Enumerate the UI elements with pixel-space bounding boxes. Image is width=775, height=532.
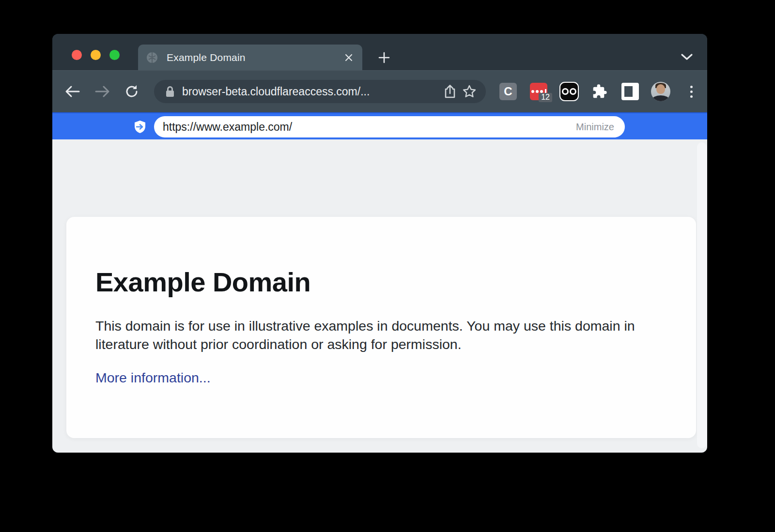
share-icon[interactable]: [440, 82, 460, 101]
fullscreen-window-button[interactable]: [109, 50, 120, 60]
browser-toolbar: browser-beta.cloudflareaccess.com/... C: [52, 70, 707, 112]
isolation-url-bar: Minimize: [52, 112, 707, 139]
extensions-area: C 12: [498, 81, 701, 102]
lock-icon: [165, 85, 175, 98]
page-paragraph: This domain is for use in illustrative e…: [95, 317, 652, 354]
chevron-down-icon[interactable]: [678, 49, 696, 65]
address-bar[interactable]: browser-beta.cloudflareaccess.com/...: [154, 80, 486, 103]
tab-strip: Example Domain: [52, 34, 707, 70]
globe-favicon-icon: [146, 51, 158, 64]
back-icon[interactable]: [62, 81, 83, 102]
minimize-button[interactable]: Minimize: [575, 122, 615, 133]
shield-icon[interactable]: [133, 120, 147, 134]
isolation-url-pill: Minimize: [154, 116, 625, 137]
extension-c-letter: C: [499, 83, 517, 100]
isolation-url-input[interactable]: [163, 121, 575, 134]
address-bar-url: browser-beta.cloudflareaccess.com/...: [182, 85, 440, 98]
bookmark-star-icon[interactable]: [460, 82, 479, 101]
new-tab-button[interactable]: [375, 48, 393, 67]
two-circles-extension-icon[interactable]: [559, 81, 579, 102]
tab-title: Example Domain: [167, 52, 342, 63]
kebab-menu-icon[interactable]: [682, 81, 701, 102]
window-controls: [72, 50, 120, 60]
extension-c-icon[interactable]: C: [498, 81, 518, 102]
minimize-window-button[interactable]: [91, 50, 101, 60]
forward-icon[interactable]: [92, 81, 113, 102]
tab-close-icon[interactable]: [342, 51, 356, 64]
profile-avatar[interactable]: [651, 81, 670, 102]
example-domain-card: Example Domain This domain is for use in…: [66, 217, 696, 438]
scrollbar[interactable]: [697, 142, 707, 448]
page-heading: Example Domain: [95, 266, 652, 298]
more-information-link[interactable]: More information...: [95, 370, 211, 386]
side-panel-icon[interactable]: [620, 81, 640, 102]
tab-example-domain[interactable]: Example Domain: [138, 45, 362, 70]
page-viewport: Example Domain This domain is for use in…: [52, 139, 707, 453]
close-window-button[interactable]: [72, 50, 82, 60]
extensions-puzzle-icon[interactable]: [590, 81, 609, 102]
password-manager-icon[interactable]: 12: [529, 81, 548, 102]
browser-window: Example Domain: [52, 34, 707, 453]
extension-badge: 12: [539, 93, 552, 102]
reload-icon[interactable]: [121, 81, 142, 102]
